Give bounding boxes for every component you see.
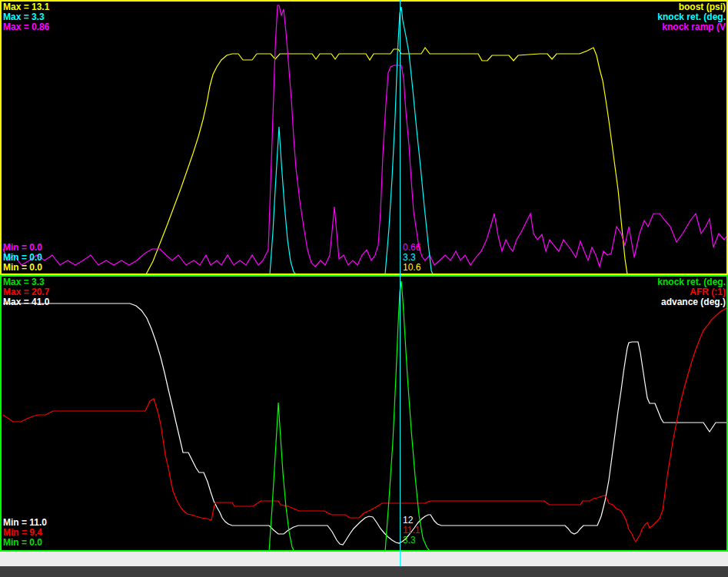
bottom-graph-panel[interactable] — [0, 275, 728, 552]
legend-knock-ramp: knock ramp (V — [657, 22, 726, 32]
bottom-cursor-values: 12 11.1 3.3 — [403, 516, 420, 545]
cursor-value-boost: 10.6 — [403, 263, 421, 273]
top-cursor-values: 0.66 3.3 10.6 — [403, 243, 421, 273]
bottom-graph-plot — [2, 277, 726, 550]
megalogviewer-graph-window: Max = 13.1 Max = 3.3 Max = 0.86 boost (p… — [0, 0, 728, 577]
cursor-value-knock-ret2: 3.3 — [403, 536, 420, 545]
legend-advance: advance (deg.) — [657, 297, 726, 307]
bottom-margin-strip — [0, 552, 728, 566]
min-label-boost: Min = 0.0 — [3, 263, 42, 273]
afr-trace — [3, 307, 726, 542]
knock-ret-trace — [3, 7, 726, 274]
status-bar: Graph by MegaLogViewer 2.954 http://www.… — [0, 566, 728, 577]
top-max-labels: Max = 13.1 Max = 3.3 Max = 0.86 — [3, 2, 49, 32]
max-label-knock-ramp: Max = 0.86 — [3, 22, 49, 32]
cursor-line[interactable] — [400, 0, 401, 566]
top-min-labels: Min = 0.0 Min = 0.0 Min = 0.0 — [3, 243, 42, 273]
knock-ramp-trace — [3, 5, 726, 267]
min-label-knock-ret2: Min = 0.0 — [3, 538, 47, 548]
max-label-advance: Max = 41.0 — [3, 297, 49, 307]
boost-trace — [3, 48, 726, 274]
advance-trace — [3, 303, 726, 545]
bottom-legend: knock ret. (deg. AFR (:1) advance (deg.) — [657, 277, 726, 307]
top-graph-panel[interactable] — [0, 0, 728, 275]
top-legend: boost (psi) knock ret. (deg. knock ramp … — [657, 2, 726, 32]
top-graph-plot — [2, 2, 726, 274]
bottom-max-labels: Max = 3.3 Max = 20.7 Max = 41.0 — [3, 277, 49, 307]
bottom-min-labels: Min = 11.0 Min = 9.4 Min = 0.0 — [3, 518, 47, 548]
